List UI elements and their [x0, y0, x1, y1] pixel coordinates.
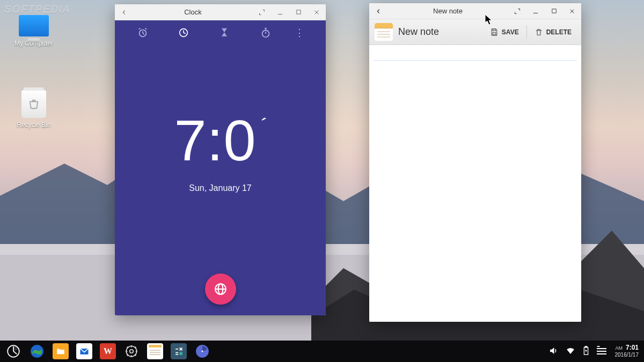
svg-line-8: [145, 28, 147, 29]
svg-rect-24: [493, 32, 495, 34]
clock-window-title: Clock: [133, 8, 253, 16]
my-computer-label: My Computer: [10, 40, 58, 47]
launcher-icon[interactable]: [5, 343, 21, 359]
stopwatch-icon: [260, 27, 272, 39]
clock-time-display: 7:0´: [174, 112, 266, 169]
settings-icon[interactable]: [123, 343, 140, 359]
close-button[interactable]: [563, 3, 581, 19]
delete-label: DELETE: [546, 28, 572, 36]
tab-timer[interactable]: [213, 21, 236, 45]
desktop[interactable]: SOFTPEDIA My Computer Recycle Bin: [0, 0, 644, 362]
clock-titlebar[interactable]: Clock: [115, 4, 326, 20]
files-icon[interactable]: [53, 343, 69, 359]
fullscreen-button[interactable]: [253, 4, 271, 20]
note-editor[interactable]: [369, 60, 581, 322]
svg-point-32: [126, 346, 137, 357]
world-clock-fab[interactable]: [205, 274, 236, 305]
fullscreen-button[interactable]: [508, 3, 526, 19]
calculator-icon[interactable]: [171, 343, 187, 359]
recycle-bin-icon[interactable]: Recycle Bin: [10, 90, 58, 129]
separator: [526, 25, 527, 39]
svg-rect-20: [552, 9, 555, 13]
svg-line-7: [139, 28, 141, 29]
clock-window[interactable]: Clock: [115, 4, 326, 315]
system-tray: AM7:01 2016/1/17: [548, 344, 639, 358]
clock-icon: [178, 27, 189, 39]
svg-rect-1: [296, 10, 300, 14]
notifications-icon[interactable]: [597, 348, 606, 354]
my-computer-icon[interactable]: My Computer: [10, 15, 58, 47]
svg-rect-42: [585, 346, 587, 348]
note-rule-line: [374, 60, 577, 61]
taskbar[interactable]: W: [0, 341, 644, 362]
tab-clock[interactable]: [172, 21, 195, 45]
globe-icon: [214, 282, 228, 296]
note-window[interactable]: New note New note: [369, 3, 581, 322]
tab-alarm[interactable]: [131, 21, 155, 45]
recycle-bin-label: Recycle Bin: [10, 121, 58, 129]
save-icon: [490, 28, 499, 36]
tray-ampm: AM: [615, 345, 623, 351]
clock-tabs: ⋮: [115, 20, 326, 45]
tray-clock[interactable]: AM7:01 2016/1/17: [615, 344, 639, 358]
svg-line-6: [143, 33, 144, 34]
svg-line-11: [184, 33, 186, 34]
tray-time: 7:01: [626, 344, 639, 351]
close-button[interactable]: [308, 4, 326, 20]
note-titlebar[interactable]: New note: [369, 3, 581, 19]
office-icon[interactable]: W: [100, 343, 116, 359]
note-icon: [375, 23, 393, 41]
svg-line-27: [13, 351, 17, 354]
svg-rect-23: [493, 29, 495, 31]
notes-icon[interactable]: [147, 343, 163, 359]
clock-date-display: Sun, January 17: [189, 183, 252, 193]
note-toolbar: New note SAVE DELETE: [369, 19, 581, 45]
tray-date: 2016/1/17: [615, 352, 639, 358]
save-label: SAVE: [502, 28, 519, 36]
tab-stopwatch[interactable]: [254, 21, 277, 45]
back-button[interactable]: [369, 3, 387, 19]
note-window-title: New note: [387, 7, 508, 15]
minimize-button[interactable]: [526, 3, 545, 19]
battery-icon[interactable]: [583, 346, 589, 357]
svg-point-31: [130, 350, 134, 353]
wifi-icon[interactable]: [566, 346, 575, 357]
maximize-button[interactable]: [289, 4, 308, 20]
minimize-button[interactable]: [271, 4, 289, 20]
save-button[interactable]: SAVE: [486, 25, 523, 40]
volume-icon[interactable]: [548, 346, 558, 357]
hourglass-icon: [219, 27, 230, 38]
mail-icon[interactable]: [76, 343, 92, 359]
alarm-icon: [137, 27, 149, 39]
back-button[interactable]: [115, 4, 133, 20]
maximize-button[interactable]: [545, 3, 563, 19]
delete-button[interactable]: DELETE: [530, 25, 576, 40]
clock-app-icon[interactable]: [194, 343, 210, 359]
note-title: New note: [398, 26, 480, 38]
svg-point-40: [201, 350, 203, 352]
taskbar-apps: W: [5, 343, 210, 359]
watermark: SOFTPEDIA: [4, 3, 70, 16]
svg-point-36: [179, 352, 182, 355]
svg-point-12: [262, 30, 269, 37]
browser-icon[interactable]: [29, 343, 45, 359]
trash-icon: [535, 28, 543, 36]
